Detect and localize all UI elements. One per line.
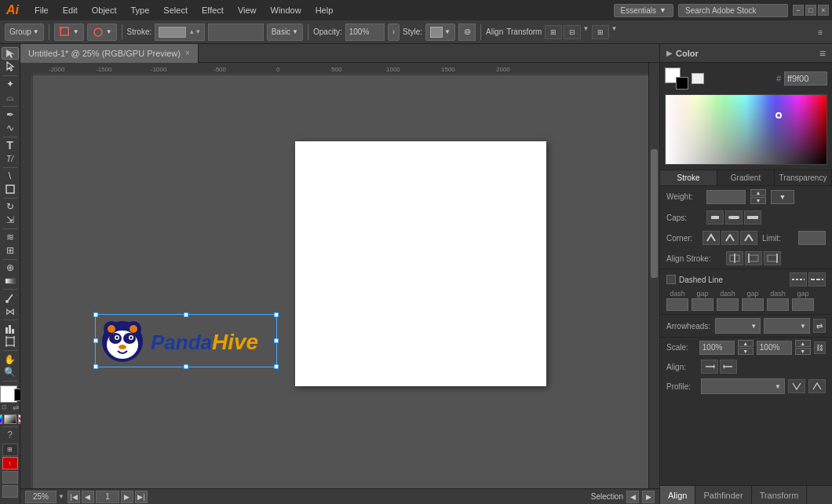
dashed-checkbox[interactable]	[666, 275, 676, 284]
menu-object[interactable]: Object	[86, 4, 123, 16]
transform-tab[interactable]: Transform	[752, 486, 808, 505]
screen-mode-btn2[interactable]	[2, 471, 18, 484]
arrowhead-end-selector[interactable]: ▼	[764, 318, 810, 334]
opacity-expand[interactable]: ›	[388, 24, 400, 41]
dash-pattern-2-btn[interactable]	[808, 272, 826, 287]
canvas-left-btn[interactable]: ◀	[626, 491, 639, 503]
gap2-input[interactable]	[742, 298, 764, 311]
minimize-btn[interactable]: −	[793, 5, 804, 16]
dash-pattern-1-btn[interactable]	[790, 272, 807, 287]
scale2-down[interactable]: ▼	[795, 348, 811, 355]
next-artboard-btn[interactable]: ▶	[121, 491, 133, 503]
weight-unit-btn[interactable]: ▼	[771, 190, 794, 204]
gradient-mode-btn[interactable]	[4, 415, 16, 424]
color-hex-input[interactable]	[784, 71, 827, 86]
blend-btn[interactable]: ⋈	[2, 305, 19, 318]
handle-ml[interactable]	[93, 338, 98, 343]
round-join-btn[interactable]	[721, 231, 739, 245]
profile-selector[interactable]: ▼	[701, 378, 785, 394]
stroke-control[interactable]: ▲▼	[155, 24, 205, 41]
handle-tc[interactable]	[184, 312, 188, 317]
maximize-btn[interactable]: □	[805, 5, 816, 16]
limit-input[interactable]	[798, 231, 826, 245]
rotate-btn[interactable]: ↻	[2, 200, 19, 213]
handle-br[interactable]	[274, 364, 279, 369]
color-collapse-btn[interactable]: ▶	[666, 49, 673, 57]
rect-btn[interactable]	[2, 183, 19, 195]
align-inside-btn[interactable]	[745, 251, 762, 265]
scale1-up[interactable]: ▲	[738, 340, 754, 347]
vertical-scrollbar[interactable]	[648, 63, 659, 493]
align-v-btn[interactable]: ⊟	[564, 25, 581, 39]
scale2-up[interactable]: ▲	[795, 340, 811, 347]
menu-view[interactable]: View	[232, 4, 263, 16]
transparency-tab[interactable]: Transparency	[775, 170, 832, 185]
round-cap-btn[interactable]	[725, 210, 743, 225]
stroke-color-swatch[interactable]	[676, 77, 688, 89]
arrowhead-start-selector[interactable]: ▼	[715, 318, 761, 334]
dash3-input[interactable]	[767, 298, 789, 311]
v-scroll-thumb[interactable]	[651, 149, 658, 278]
align-outside-btn[interactable]	[764, 251, 781, 265]
align-tab[interactable]: Align	[660, 486, 695, 505]
zoom-btn[interactable]: 🔍	[2, 366, 19, 378]
profile-flip-h-btn[interactable]	[788, 379, 805, 393]
curvature-btn[interactable]: ∿	[2, 122, 19, 134]
art-history-btn[interactable]: ⊚	[458, 24, 476, 41]
menu-type[interactable]: Type	[125, 4, 156, 16]
zoom-input[interactable]	[25, 491, 57, 503]
swap-colors-btn[interactable]: ⇄	[13, 404, 19, 412]
gap3-input[interactable]	[792, 298, 814, 311]
align-h-btn[interactable]: ⊞	[545, 25, 562, 39]
screen-mode-btn[interactable]: ⊞	[2, 444, 18, 456]
color-spectrum[interactable]	[665, 94, 827, 165]
align-center-btn[interactable]	[726, 251, 743, 265]
canvas-content[interactable]: Panda Hive	[20, 63, 648, 493]
scale-btn[interactable]: ⇲	[2, 214, 19, 226]
column-graph-btn[interactable]	[2, 323, 19, 335]
butt-cap-btn[interactable]	[706, 210, 724, 225]
basic-selector[interactable]: Basic ▼	[267, 24, 303, 41]
warp-btn[interactable]: ≋	[2, 231, 19, 243]
bevel-join-btn[interactable]	[740, 231, 757, 245]
handle-tr[interactable]	[274, 312, 279, 317]
weight-input[interactable]	[706, 190, 746, 204]
lasso-btn[interactable]: ⌓	[2, 91, 19, 104]
square-cap-btn[interactable]	[744, 210, 761, 225]
direct-selection-tool-btn[interactable]	[2, 60, 19, 73]
dash1-input[interactable]	[666, 298, 688, 311]
color-panel-menu-btn[interactable]: ≡	[819, 47, 826, 60]
document-tab[interactable]: Untitled-1* @ 25% (RGB/GPU Preview) ×	[20, 44, 199, 63]
menu-edit[interactable]: Edit	[57, 4, 84, 16]
shape-builder-btn[interactable]: ⊕	[2, 261, 19, 274]
search-stock-input[interactable]: Search Adobe Stock	[678, 4, 788, 17]
menu-file[interactable]: File	[28, 4, 55, 16]
no-color-btn[interactable]	[692, 73, 704, 84]
toolbar-menu-btn[interactable]: ≡	[813, 25, 827, 39]
miter-join-btn[interactable]	[702, 231, 720, 245]
menu-window[interactable]: Window	[265, 4, 308, 16]
group-selector[interactable]: Group ▼	[5, 24, 44, 41]
logo-object[interactable]: Panda Hive	[95, 314, 277, 367]
free-transform-btn[interactable]: ⊞	[2, 244, 19, 257]
handle-bl[interactable]	[93, 364, 98, 369]
selection-tool-btn[interactable]	[2, 47, 19, 60]
opacity-input[interactable]	[345, 24, 385, 41]
touch-type-btn[interactable]: T/	[2, 152, 19, 165]
scale-start-input[interactable]	[699, 341, 735, 355]
hand-btn[interactable]: ✋	[2, 353, 19, 366]
close-btn[interactable]: ×	[818, 5, 829, 16]
first-artboard-btn[interactable]: |◀	[68, 491, 80, 503]
handle-tl[interactable]	[93, 312, 98, 317]
pathfinder-tab[interactable]: Pathfinder	[695, 486, 751, 505]
tab-close-btn[interactable]: ×	[185, 49, 190, 57]
transform-control[interactable]: ▼	[54, 24, 84, 41]
prev-artboard-btn[interactable]: ◀	[82, 491, 94, 503]
align-start-btn[interactable]	[701, 360, 718, 374]
arrowhead-swap-btn[interactable]: ⇄	[813, 319, 826, 333]
last-artboard-btn[interactable]: ▶|	[135, 491, 148, 503]
magic-wand-btn[interactable]: ✦	[2, 78, 19, 90]
menu-select[interactable]: Select	[157, 4, 194, 16]
color-mode-btn[interactable]	[0, 415, 2, 424]
profile-flip-v-btn[interactable]	[808, 379, 826, 393]
